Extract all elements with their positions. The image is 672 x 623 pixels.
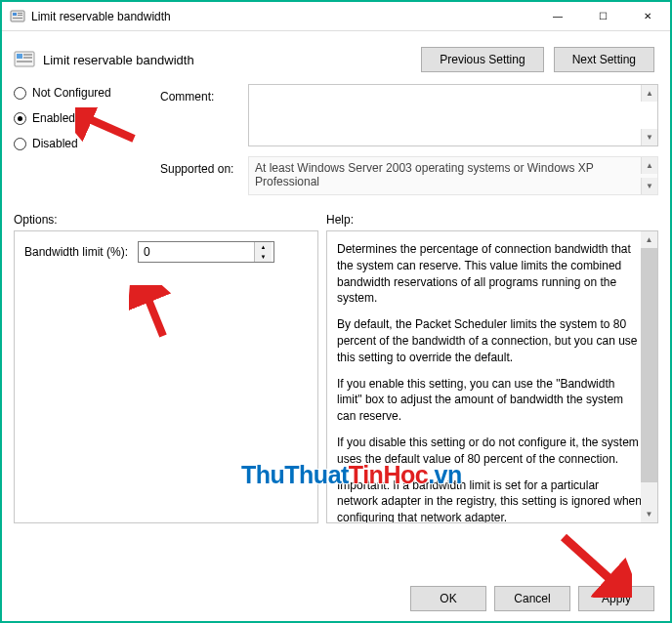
- radio-icon: [14, 112, 26, 125]
- scroll-down-icon[interactable]: ▼: [641, 178, 657, 194]
- app-icon: [10, 9, 25, 24]
- svg-rect-0: [11, 11, 24, 21]
- ok-button[interactable]: OK: [410, 586, 486, 611]
- help-paragraph: If you enable this setting, you can use …: [337, 376, 648, 425]
- help-label: Help:: [326, 213, 354, 227]
- maximize-button[interactable]: ☐: [580, 2, 625, 30]
- options-label: Options:: [14, 213, 326, 227]
- radio-enabled[interactable]: Enabled: [14, 111, 160, 125]
- options-panel: Bandwidth limit (%): ▲ ▼: [14, 230, 318, 523]
- cancel-button[interactable]: Cancel: [494, 586, 570, 611]
- spinner-down-icon[interactable]: ▼: [255, 252, 272, 262]
- svg-line-12: [564, 537, 614, 583]
- svg-rect-2: [18, 13, 22, 14]
- svg-rect-1: [13, 13, 17, 16]
- radio-icon: [14, 138, 26, 150]
- radio-not-configured[interactable]: Not Configured: [14, 86, 160, 100]
- minimize-button[interactable]: —: [535, 2, 580, 30]
- radio-icon: [14, 87, 26, 100]
- apply-button[interactable]: Apply: [578, 586, 654, 611]
- scroll-up-icon[interactable]: ▲: [641, 231, 657, 248]
- previous-setting-button[interactable]: Previous Setting: [421, 47, 543, 72]
- svg-rect-3: [18, 15, 22, 16]
- supported-on-text: At least Windows Server 2003 operating s…: [248, 156, 658, 195]
- radio-disabled[interactable]: Disabled: [14, 137, 160, 150]
- help-paragraph: Determines the percentage of connection …: [337, 241, 648, 307]
- help-panel: ▲ ▼ Determines the percentage of connect…: [326, 230, 658, 523]
- radio-label: Not Configured: [32, 86, 111, 100]
- window-controls: — ☐ ✕: [535, 2, 670, 30]
- next-setting-button[interactable]: Next Setting: [554, 47, 654, 72]
- window-title: Limit reservable bandwidth: [31, 10, 535, 23]
- svg-rect-4: [13, 18, 22, 19]
- close-button[interactable]: ✕: [625, 2, 670, 30]
- help-paragraph: If you disable this setting or do not co…: [337, 435, 648, 468]
- radio-label: Enabled: [32, 111, 75, 125]
- bandwidth-limit-input[interactable]: [139, 242, 254, 262]
- help-paragraph: Important: If a bandwidth limit is set f…: [337, 478, 648, 523]
- comment-label: Comment:: [160, 84, 248, 146]
- svg-rect-8: [23, 57, 32, 59]
- scroll-down-icon[interactable]: ▼: [641, 506, 657, 522]
- bandwidth-limit-spinner[interactable]: ▲ ▼: [138, 241, 274, 263]
- spinner-up-icon[interactable]: ▲: [255, 242, 272, 252]
- bandwidth-limit-label: Bandwidth limit (%):: [24, 245, 128, 259]
- titlebar: Limit reservable bandwidth — ☐ ✕: [2, 2, 670, 31]
- svg-rect-9: [17, 61, 32, 62]
- policy-title: Limit reservable bandwidth: [43, 53, 194, 67]
- scroll-down-icon[interactable]: ▼: [641, 129, 657, 145]
- scroll-up-icon[interactable]: ▲: [641, 157, 657, 174]
- svg-rect-6: [17, 54, 22, 59]
- help-paragraph: By default, the Packet Scheduler limits …: [337, 316, 648, 365]
- supported-on-label: Supported on:: [160, 156, 248, 195]
- comment-textarea[interactable]: ▲ ▼: [248, 84, 658, 146]
- radio-label: Disabled: [32, 137, 78, 150]
- scrollbar-thumb[interactable]: [641, 248, 657, 482]
- policy-icon: [14, 49, 35, 70]
- scroll-up-icon[interactable]: ▲: [641, 85, 657, 102]
- svg-rect-7: [23, 54, 32, 56]
